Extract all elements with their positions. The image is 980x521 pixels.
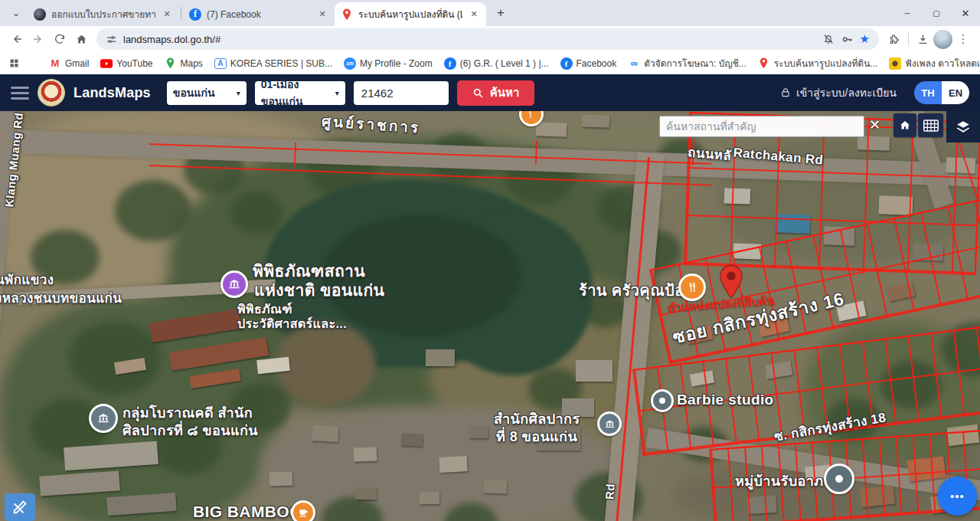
tab-title: ระบบค้นหารูปแปลงที่ดิน (LandsMap — [358, 7, 462, 21]
zoom-icon: zm — [344, 57, 356, 70]
building — [439, 456, 468, 473]
more-actions-fab[interactable]: ••• — [938, 477, 977, 516]
bookmark-gr-group[interactable]: f(6) G.R. ( Level 1 ) |... — [444, 57, 549, 70]
bookmark-label: Facebook — [577, 58, 617, 69]
tab-title: (7) Facebook — [207, 9, 311, 20]
fine-arts-museum-icon[interactable] — [597, 411, 622, 436]
bookmark-facebook[interactable]: fFacebook — [560, 57, 617, 70]
building — [484, 479, 508, 493]
bookmark-gmail[interactable]: MGmail — [49, 57, 89, 70]
login-label: เข้าสู่ระบบ/ลงทะเบียน — [796, 84, 897, 101]
poi-label-fine-arts-2: ที่ 8 ขอนแก่น — [496, 425, 577, 447]
language-toggle: TH EN — [914, 81, 969, 104]
map-search-close-icon[interactable]: ✕ — [869, 116, 880, 133]
bookmark-youtube[interactable]: YouTube — [100, 57, 152, 70]
bookmark-ads-manager[interactable]: ∞ตัวจัดการโฆษณา: บัญชี... — [628, 56, 746, 70]
url-text[interactable]: landsmaps.dol.go.th/# — [123, 34, 816, 45]
music-site-icon — [889, 57, 901, 70]
bookmark-korea-series[interactable]: AKOREA SERIES | SUB... — [214, 58, 332, 69]
close-icon[interactable]: ✕ — [468, 8, 480, 21]
address-bar[interactable]: landsmaps.dol.go.th/# ★ — [96, 28, 879, 50]
search-result-marker[interactable] — [718, 264, 744, 303]
login-register-link[interactable]: เข้าสู่ระบบ/ลงทะเบียน — [780, 84, 897, 101]
archaeology-museum-icon[interactable] — [89, 404, 118, 433]
tab-landsmaps[interactable]: ระบบค้นหารูปแปลงที่ดิน (LandsMap ✕ — [335, 2, 486, 26]
apps-grid-icon[interactable] — [8, 57, 20, 70]
avatar[interactable] — [933, 30, 952, 49]
museum-icon[interactable] — [220, 270, 248, 298]
forward-icon[interactable] — [28, 28, 49, 50]
lang-th-button[interactable]: TH — [914, 81, 942, 104]
road-label-rd-small: Rd — [603, 483, 616, 500]
building — [270, 471, 293, 486]
road-label-government-center: ศูนย์ราชการ — [321, 111, 421, 139]
reload-icon[interactable] — [49, 28, 70, 50]
province-select[interactable]: ขอนแก่น ▾ — [167, 81, 247, 105]
parcel-number-input[interactable] — [354, 81, 449, 105]
poi-label-barbie: Barbie studio — [677, 392, 774, 408]
district-select[interactable]: 01-เมืองขอนแก่น ▾ — [255, 81, 345, 105]
lock-icon — [780, 87, 791, 98]
tab-facebook[interactable]: f (7) Facebook ✕ — [183, 2, 335, 26]
search-icon — [472, 87, 484, 99]
facebook-icon: f — [560, 57, 573, 70]
poi-label-museum-sub-2: ประวัติศาสตร์และ... — [237, 314, 347, 333]
poi-label-archaeology-2: ศิลปากรที่ ๘ ขอนแก่น — [122, 419, 258, 441]
bookmark-landsmaps[interactable]: ระบบค้นหารูปแปลงที่ดิน... — [758, 56, 878, 70]
lake-peninsula — [276, 322, 375, 406]
map-canvas[interactable]: Klang Muang Rd ศูนย์ราชการ ถนนหลั Ratcha… — [0, 111, 980, 521]
youtube-icon — [100, 57, 113, 70]
bookmark-maps[interactable]: Maps — [165, 57, 203, 70]
layers-button[interactable] — [946, 111, 980, 143]
bookmark-star-icon[interactable]: ★ — [860, 32, 870, 46]
bookmark-music[interactable]: ฟังเพลง ดาวโหลดเพลง... — [889, 56, 980, 70]
toolbar-divider — [908, 32, 909, 46]
bookmark-zoom-profile[interactable]: zmMy Profile - Zoom — [344, 57, 433, 70]
building — [420, 492, 439, 504]
measure-tools-button[interactable] — [5, 493, 35, 521]
back-icon[interactable] — [6, 28, 28, 50]
browser-toolbar: landsmaps.dol.go.th/# ★ ⋮ — [0, 26, 980, 52]
grid-table-button[interactable] — [918, 113, 943, 137]
restaurant-icon[interactable] — [678, 274, 706, 301]
minimize-button[interactable]: ─ — [893, 0, 922, 26]
village-pin-icon[interactable] — [824, 464, 854, 494]
tab-design-townhome[interactable]: ออกแบบใบประกาศขายทาวน์โฮม ✕ — [28, 2, 179, 26]
home-extent-button[interactable] — [893, 113, 916, 137]
cafe-icon[interactable] — [291, 500, 315, 521]
maps-pin-icon — [165, 57, 177, 70]
window-controls: ─ ▢ ✕ — [893, 0, 980, 26]
facebook-icon: f — [189, 8, 201, 21]
bookmark-label: Gmail — [65, 58, 89, 69]
map-pin-icon — [341, 8, 353, 21]
site-settings-icon[interactable] — [106, 34, 117, 45]
tree-cluster — [69, 322, 161, 395]
close-window-button[interactable]: ✕ — [951, 0, 980, 26]
home-icon[interactable] — [70, 28, 92, 50]
downloads-icon[interactable] — [912, 28, 933, 50]
tab-search-icon[interactable]: ⌄ — [6, 3, 26, 23]
barbie-studio-pin-icon[interactable] — [651, 389, 674, 412]
lang-en-button[interactable]: EN — [942, 81, 969, 104]
tree-cluster — [115, 180, 191, 241]
building — [312, 425, 338, 442]
search-button[interactable]: ค้นหา — [457, 80, 535, 106]
building — [354, 447, 377, 461]
password-key-icon[interactable] — [841, 33, 854, 46]
browser-menu-icon[interactable]: ⋮ — [952, 28, 974, 50]
site-icon — [34, 8, 46, 21]
map-search-input[interactable] — [659, 116, 864, 137]
chevron-down-icon: ▾ — [335, 89, 339, 97]
extensions-icon[interactable] — [884, 28, 905, 50]
close-icon[interactable]: ✕ — [316, 8, 328, 21]
menu-hamburger-icon[interactable] — [11, 87, 29, 100]
maximize-button[interactable]: ▢ — [922, 0, 951, 26]
new-tab-button[interactable]: + — [491, 3, 511, 23]
building — [469, 426, 488, 438]
bookmark-label: YouTube — [116, 58, 152, 69]
document-a-icon: A — [214, 58, 227, 69]
notifications-blocked-icon[interactable] — [822, 33, 835, 45]
close-icon[interactable]: ✕ — [161, 8, 173, 21]
meta-icon: ∞ — [628, 57, 640, 70]
district-value: 01-เมืองขอนแก่น — [261, 76, 335, 110]
